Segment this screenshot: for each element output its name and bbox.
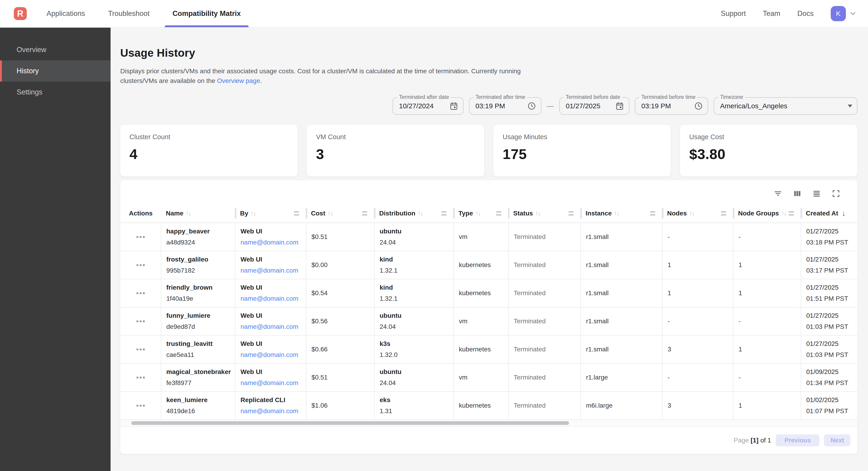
chevron-down-icon[interactable] (849, 10, 857, 18)
row-actions-button[interactable] (136, 348, 145, 351)
node_groups-value: - (739, 374, 741, 381)
page-title: Usage History (120, 46, 858, 60)
horizontal-scrollbar[interactable] (120, 420, 858, 427)
cell-distribution: k3s1.32.0 (375, 335, 454, 363)
column-menu-icon[interactable] (294, 211, 299, 215)
filter-terminated-after-time[interactable]: Terminated after time03:19 PM (469, 97, 541, 115)
distribution-secondary: 24.04 (380, 238, 448, 247)
row-actions-button[interactable] (136, 292, 145, 294)
sidebar-item-settings[interactable]: Settings (0, 82, 111, 103)
email-link[interactable]: name@domain.com (241, 379, 298, 386)
email-link[interactable]: name@domain.com (241, 351, 298, 358)
cell-node_groups: - (734, 223, 801, 251)
column-header-name[interactable]: Name↑↓ (161, 204, 236, 223)
stat-card-usage-minutes: Usage Minutes175 (493, 125, 671, 177)
nav-tab-label: Troubleshoot (108, 9, 150, 18)
previous-button[interactable]: Previous (776, 434, 819, 446)
row-actions-button[interactable] (136, 377, 145, 379)
nav-link-docs[interactable]: Docs (797, 9, 814, 18)
row-actions-button[interactable] (136, 264, 145, 266)
column-header-type[interactable]: Type↑↓ (454, 204, 509, 223)
page-word: Page (734, 437, 749, 444)
next-button[interactable]: Next (824, 434, 850, 446)
cost-value: $1.06 (311, 402, 328, 409)
nav-link-team[interactable]: Team (763, 9, 780, 18)
email-link[interactable]: name@domain.com (241, 407, 298, 415)
cell-instance: r1.small (581, 251, 662, 279)
clock-icon[interactable] (694, 101, 703, 111)
column-menu-icon[interactable] (496, 211, 501, 215)
cell-node_groups: 1 (734, 251, 801, 279)
calendar-icon[interactable] (615, 101, 624, 111)
nodes-value: 1 (668, 289, 671, 297)
cell-actions (120, 392, 161, 419)
cell-node_groups: - (734, 307, 801, 335)
cell-created-at: 01/27/202501:03 PM PST (801, 335, 858, 363)
column-menu-icon[interactable] (568, 211, 574, 215)
column-menu-icon[interactable] (721, 211, 726, 215)
name-secondary: 1f40a19e (166, 294, 230, 303)
fullscreen-icon[interactable] (832, 189, 840, 198)
sidebar-item-history[interactable]: History (0, 60, 111, 82)
timezone-select[interactable]: TimezoneAmerica/Los_Angeles (714, 97, 858, 115)
column-header-cost[interactable]: Cost↑↓ (306, 204, 375, 223)
status-value: Terminated (514, 318, 546, 325)
email-link[interactable]: name@domain.com (241, 239, 298, 246)
columns-icon[interactable] (793, 189, 802, 198)
replicated-logo[interactable]: R (14, 7, 27, 20)
cell-name: happy_beavera48d9324 (161, 223, 236, 251)
usage-table-card: ActionsName↑↓By↑↓Cost↑↓Distribution↑↓Typ… (120, 180, 858, 454)
by-email: name@domain.com (241, 322, 301, 331)
pagination: Page [1] of 1 Previous Next (120, 427, 858, 454)
sidebar-item-overview[interactable]: Overview (0, 39, 111, 60)
created-date: 01/27/2025 (806, 339, 852, 348)
filter-terminated-before-time[interactable]: Terminated before time03:19 PM (635, 97, 708, 115)
row-actions-button[interactable] (136, 236, 145, 238)
cell-cost: $0.51 (306, 223, 375, 251)
scrollbar-thumb[interactable] (131, 421, 569, 425)
cell-name: friendly_brown1f40a19e (161, 279, 236, 307)
column-header-node_groups[interactable]: Node Groups↑↓ (734, 204, 801, 223)
column-header-distribution[interactable]: Distribution↑↓ (375, 204, 454, 223)
name-secondary: 4819de16 (166, 407, 230, 416)
column-header-instance[interactable]: Instance↑↓ (581, 204, 662, 223)
email-link[interactable]: name@domain.com (241, 323, 298, 330)
density-icon[interactable] (812, 189, 821, 198)
cost-value: $0.00 (311, 261, 328, 269)
email-link[interactable]: name@domain.com (241, 267, 298, 274)
nav-tab-applications[interactable]: Applications (35, 0, 96, 27)
row-actions-button[interactable] (136, 320, 145, 322)
filter-terminated-before-date[interactable]: Terminated before date01/27/2025 (559, 97, 629, 115)
created-date: 01/02/2025 (806, 395, 852, 405)
name-secondary: de9ed87d (166, 322, 230, 331)
user-avatar[interactable]: K (831, 6, 846, 21)
cell-created-at: 01/09/202501:34 PM PST (801, 364, 858, 391)
column-header-status[interactable]: Status↑↓ (509, 204, 581, 223)
by-email: name@domain.com (241, 266, 301, 275)
email-link[interactable]: name@domain.com (241, 295, 298, 302)
sort-icon: ↑↓ (475, 210, 480, 217)
cell-created-at: 01/02/202501:07 PM PST (801, 392, 858, 419)
filter-icon[interactable] (774, 189, 782, 198)
overview-page-link[interactable]: Overview page (217, 77, 260, 84)
row-actions-button[interactable] (136, 405, 145, 407)
status-value: Terminated (514, 289, 546, 297)
column-menu-icon[interactable] (650, 211, 655, 215)
column-menu-icon[interactable] (789, 211, 794, 215)
column-header-by[interactable]: By↑↓ (236, 204, 306, 223)
column-header-nodes[interactable]: Nodes↑↓ (662, 204, 734, 223)
table-row: frosty_galileo995b7182Web UIname@domain.… (120, 251, 858, 279)
nav-tab-troubleshoot[interactable]: Troubleshoot (96, 0, 161, 27)
filter-terminated-after-date[interactable]: Terminated after date10/27/2024 (393, 97, 464, 115)
column-menu-icon[interactable] (362, 211, 367, 215)
nav-link-support[interactable]: Support (721, 9, 746, 18)
sort-icon: ↑↓ (186, 210, 191, 217)
column-header-created_at[interactable]: Created At↓ (801, 204, 858, 223)
column-menu-icon[interactable] (441, 211, 446, 215)
stat-value: 3 (316, 146, 475, 162)
nav-tab-compatibility-matrix[interactable]: Compatibility Matrix (161, 0, 252, 27)
clock-icon[interactable] (527, 101, 536, 111)
calendar-icon[interactable] (449, 101, 458, 111)
by-source: Web UI (241, 227, 301, 236)
cell-name: frosty_galileo995b7182 (161, 251, 236, 279)
